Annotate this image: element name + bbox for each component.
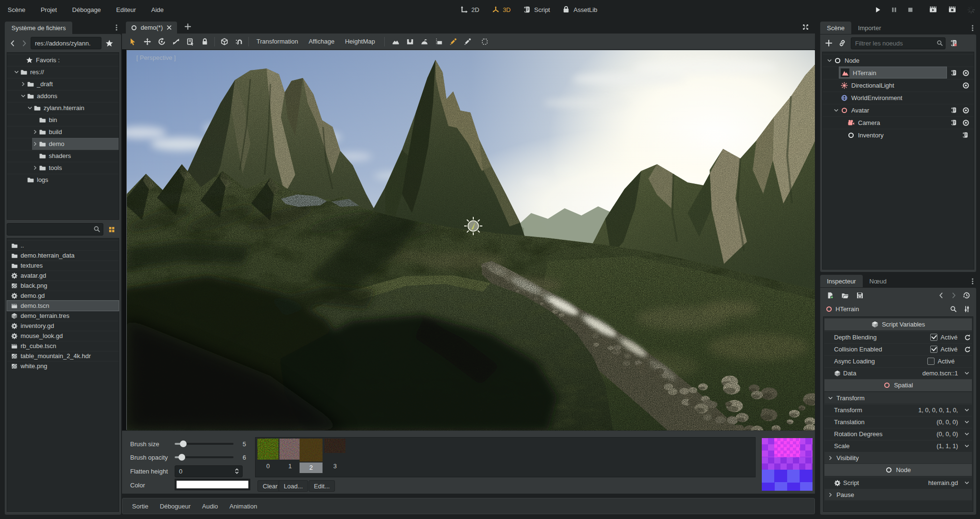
fs-tree-item-demo[interactable]: demo — [7, 138, 119, 150]
edit-button[interactable]: Edit... — [309, 480, 335, 492]
fs-tree-item-build[interactable]: build — [7, 126, 119, 138]
history-back-icon[interactable] — [935, 290, 947, 301]
value-dropdown-icon[interactable] — [964, 431, 970, 437]
play-custom-scene-button[interactable] — [944, 3, 960, 16]
texture-slot-3[interactable] — [324, 439, 345, 453]
inspector-section[interactable]: Pause — [824, 489, 972, 500]
select-tool-icon[interactable] — [126, 36, 140, 47]
terrain-lower-tool-icon[interactable] — [403, 36, 417, 47]
texture-slot-2-label[interactable]: 2 — [300, 463, 323, 473]
fs-file-item[interactable]: textures — [7, 260, 119, 271]
viewport-menu-transformation[interactable]: Transformation — [251, 38, 303, 45]
load-resource-icon[interactable] — [837, 290, 853, 301]
add-node-icon[interactable] — [822, 37, 835, 49]
scene-node-camera[interactable]: Camera — [823, 116, 974, 129]
property-search-icon[interactable] — [947, 303, 960, 315]
inspector-property[interactable]: Translation(0, 0, 0) — [824, 416, 972, 428]
viewport-menu-affichage[interactable]: Affichage — [303, 38, 340, 45]
tab-inspecteur[interactable]: Inspecteur — [820, 275, 863, 287]
brush-opacity-slider[interactable] — [175, 456, 234, 458]
detach-script-icon[interactable] — [947, 37, 961, 49]
checkbox-icon[interactable] — [930, 346, 937, 353]
fs-tree-item-res-root[interactable]: res:// — [7, 66, 119, 78]
inspector-property[interactable]: Scale(1, 1, 1) — [824, 440, 972, 452]
workspace-3d-button[interactable]: 3D — [487, 3, 516, 16]
texture-slot-0[interactable] — [257, 439, 278, 460]
distraction-free-icon[interactable] — [802, 23, 809, 31]
fs-file-item[interactable]: mouse_look.gd — [7, 331, 119, 341]
fs-file-item[interactable]: demo.tscn — [7, 301, 119, 311]
move-tool-icon[interactable] — [140, 36, 155, 47]
texture-slot-1-label[interactable]: 1 — [279, 463, 301, 470]
pause-button[interactable] — [886, 3, 902, 16]
terrain-raise-tool-icon[interactable] — [389, 36, 403, 47]
inspector-property[interactable]: Transform1, 0, 0, 0, 1, 0, — [824, 404, 972, 416]
perspective-label[interactable]: [ Perspective ] — [136, 54, 176, 61]
tab-scene-demo[interactable]: demo(*) — [126, 22, 177, 34]
fs-tree-item-zylann-hterrain[interactable]: zylann.hterrain — [7, 102, 119, 114]
fs-file-item[interactable]: table_mountain_2_4k.hdr — [7, 351, 119, 361]
fs-file-item[interactable]: rb_cube.tscn — [7, 341, 119, 351]
stop-button[interactable] — [902, 3, 918, 16]
object-tools-icon[interactable] — [960, 303, 973, 315]
scene-node-hterrain[interactable]: HTerrain — [823, 67, 974, 79]
visibility-icon[interactable] — [959, 119, 972, 126]
fs-path-input[interactable] — [31, 37, 101, 49]
attached-script-icon[interactable] — [948, 107, 959, 113]
viewport-3d[interactable]: [ Perspective ] — [122, 49, 815, 430]
fs-view-mode-icon[interactable] — [104, 223, 119, 236]
workspace-assetlib-button[interactable]: AssetLib — [557, 3, 602, 16]
scene-node-worldenvironment[interactable]: WorldEnvironment — [823, 91, 974, 104]
filter-nodes-input[interactable] — [851, 37, 946, 49]
rotate-tool-icon[interactable] — [155, 36, 169, 47]
tab-close-icon[interactable] — [166, 24, 172, 31]
visibility-icon[interactable] — [959, 82, 972, 89]
menu-projet[interactable]: Projet — [33, 0, 65, 19]
inspector-section[interactable]: Visibility — [824, 452, 972, 463]
snap-tool-icon[interactable] — [232, 36, 246, 47]
new-tab-icon[interactable] — [184, 23, 191, 30]
scene-dock-menu-icon[interactable] — [969, 24, 976, 32]
terrain-smooth-tool-icon[interactable] — [417, 36, 432, 47]
fs-favorite-icon[interactable] — [102, 37, 116, 49]
terrain-flatten-tool-icon[interactable] — [432, 36, 446, 47]
new-resource-icon[interactable] — [823, 290, 837, 301]
bottom-tab-animation[interactable]: Animation — [224, 503, 263, 510]
inspector-property[interactable]: Scripthterrain.gd — [824, 477, 972, 489]
value-dropdown-icon[interactable] — [964, 443, 970, 449]
texture-slot-0-label[interactable]: 0 — [257, 463, 278, 470]
history-forward-icon[interactable] — [947, 290, 960, 301]
texture-slot-1[interactable] — [279, 439, 301, 460]
attached-script-icon[interactable] — [948, 119, 959, 126]
fs-back-icon[interactable] — [7, 37, 18, 49]
lock-tool-icon[interactable] — [198, 36, 212, 47]
attached-script-icon[interactable] — [948, 69, 959, 76]
menu-editeur[interactable]: Editeur — [109, 0, 144, 19]
inspector-property[interactable]: Depth BlendingActivé — [824, 331, 972, 343]
history-icon[interactable] — [960, 290, 973, 301]
scene-node-directionallight[interactable]: DirectionalLight — [823, 79, 974, 91]
fs-tree-item-tools[interactable]: tools — [7, 162, 119, 174]
inspector-category[interactable]: Spatial — [824, 379, 972, 391]
list-select-tool-icon[interactable] — [183, 36, 198, 47]
checkbox-icon[interactable] — [927, 358, 935, 365]
inspector-dock-menu-icon[interactable] — [969, 278, 976, 285]
play-scene-button[interactable] — [925, 3, 941, 16]
save-resource-icon[interactable] — [853, 290, 867, 301]
menu-debogage[interactable]: Débogage — [65, 0, 109, 19]
fs-file-item[interactable]: black.png — [7, 281, 119, 291]
scale-tool-icon[interactable] — [169, 36, 183, 47]
instance-scene-icon[interactable] — [835, 37, 849, 49]
visibility-icon[interactable] — [959, 69, 972, 77]
brush-size-slider[interactable] — [175, 443, 234, 445]
inspector-section[interactable]: Transform — [824, 392, 972, 404]
scene-node-avatar[interactable]: Avatar — [823, 104, 974, 116]
terrain-paint-tool-icon[interactable] — [446, 36, 460, 47]
fs-file-item[interactable]: demo_terrain.tres — [7, 311, 119, 321]
workspace-script-button[interactable]: Script — [518, 3, 555, 16]
fs-tree-item-addons[interactable]: addons — [7, 90, 119, 102]
fs-file-item[interactable]: inventory.gd — [7, 321, 119, 331]
value-dropdown-icon[interactable] — [964, 480, 970, 486]
tab-scene[interactable]: Scène — [820, 22, 851, 34]
attached-script-icon[interactable] — [959, 132, 971, 138]
